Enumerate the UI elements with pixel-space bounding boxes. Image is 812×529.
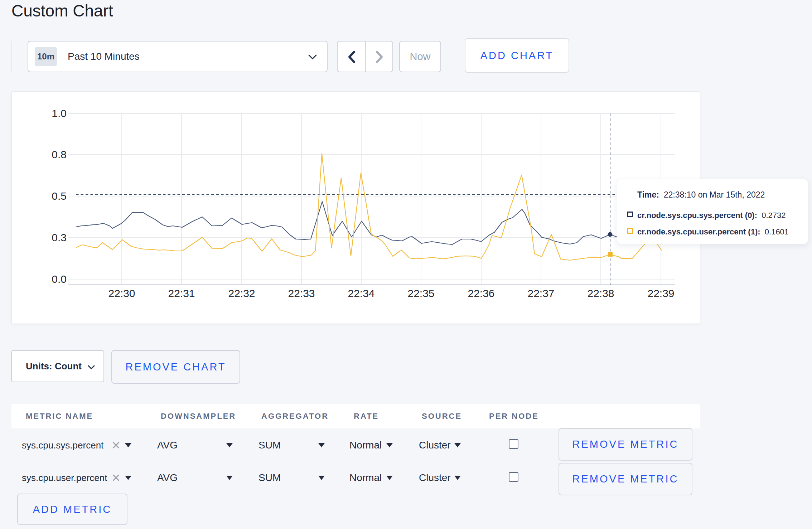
svg-text:22:37: 22:37 <box>527 287 554 299</box>
svg-text:0.3: 0.3 <box>52 232 67 243</box>
svg-text:0.8: 0.8 <box>52 149 67 160</box>
svg-text:22:36: 22:36 <box>468 287 494 299</box>
svg-text:22:39: 22:39 <box>647 287 674 299</box>
svg-text:22:31: 22:31 <box>168 287 195 299</box>
svg-text:1.0: 1.0 <box>52 107 67 119</box>
svg-text:22:38: 22:38 <box>587 287 614 299</box>
svg-text:0.0: 0.0 <box>52 273 67 285</box>
svg-text:22:34: 22:34 <box>348 287 374 299</box>
svg-text:22:30: 22:30 <box>108 287 135 299</box>
svg-text:22:33: 22:33 <box>288 287 315 299</box>
svg-text:22:35: 22:35 <box>407 287 434 299</box>
svg-text:22:32: 22:32 <box>228 287 255 299</box>
svg-text:0.5: 0.5 <box>52 190 67 202</box>
